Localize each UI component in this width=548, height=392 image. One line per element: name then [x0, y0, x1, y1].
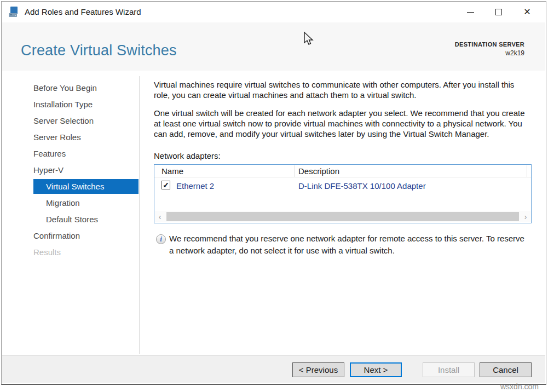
wizard-window: Add Roles and Features Wizard ✕ Create V…: [1, 1, 546, 385]
window-controls: ✕: [456, 2, 541, 22]
wizard-flag-icon: [8, 6, 20, 18]
recommendation-paragraph: One virtual switch will be created for e…: [154, 108, 529, 139]
destination-server-label: DESTINATION SERVER: [455, 41, 524, 48]
network-adapters-label: Network adapters:: [154, 151, 221, 160]
screen: Add Roles and Features Wizard ✕ Create V…: [0, 0, 548, 392]
intro-paragraph: Virtual machines require virtual switche…: [154, 79, 524, 100]
column-header-name[interactable]: Name: [161, 166, 183, 176]
mouse-cursor-icon: [302, 31, 315, 49]
check-icon: ✓: [163, 181, 169, 189]
sidebar-divider: [139, 76, 140, 354]
title-bar: Add Roles and Features Wizard ✕: [2, 2, 546, 22]
sidebar-item-server-roles[interactable]: Server Roles: [21, 129, 139, 146]
table-row[interactable]: ✓ Ethernet 2 D-Link DFE-538TX 10/100 Ada…: [154, 177, 531, 193]
install-button: Install: [423, 362, 475, 377]
column-divider-right: [527, 165, 527, 177]
sidebar-item-confirmation[interactable]: Confirmation: [21, 228, 139, 244]
adapter-name: Ethernet 2: [176, 181, 214, 191]
next-button[interactable]: Next >: [350, 362, 402, 377]
minimize-button[interactable]: [456, 2, 484, 22]
horizontal-scrollbar[interactable]: ‹ ›: [155, 211, 530, 222]
wizard-steps-nav: Before You Begin Installation Type Serve…: [21, 80, 139, 261]
scrollbar-thumb[interactable]: [166, 212, 519, 221]
cancel-button[interactable]: Cancel: [480, 362, 532, 377]
previous-button[interactable]: < Previous: [292, 362, 344, 377]
adapter-description: D-Link DFE-538TX 10/100 Adapter: [298, 181, 426, 191]
wizard-header: Create Virtual Switches DESTINATION SERV…: [2, 22, 545, 71]
sidebar-item-migration[interactable]: Migration: [21, 195, 139, 211]
column-header-description[interactable]: Description: [298, 166, 339, 176]
sidebar-item-default-stores[interactable]: Default Stores: [21, 211, 139, 228]
sidebar-item-hyper-v[interactable]: Hyper-V: [21, 162, 139, 178]
info-icon: i: [156, 234, 166, 244]
minimize-icon: [467, 12, 474, 13]
sidebar-item-before-you-begin[interactable]: Before You Begin: [21, 80, 139, 96]
sidebar-item-results: Results: [21, 244, 139, 261]
page-title: Create Virtual Switches: [21, 42, 177, 59]
network-adapters-table: Name Description ✓ Ethernet 2 D-Link DFE…: [154, 164, 532, 223]
close-icon: ✕: [523, 8, 530, 16]
scroll-left-icon[interactable]: ‹: [155, 211, 165, 222]
maximize-icon: [495, 9, 502, 15]
destination-server-value: w2k19: [455, 49, 524, 57]
adapter-checkbox[interactable]: ✓: [161, 181, 170, 189]
close-button[interactable]: ✕: [513, 2, 541, 22]
destination-server-block: DESTINATION SERVER w2k19: [455, 41, 524, 57]
column-divider[interactable]: [295, 165, 295, 177]
maximize-button[interactable]: [484, 2, 513, 22]
sidebar-item-installation-type[interactable]: Installation Type: [21, 96, 139, 113]
wizard-footer: < Previous Next > Install Cancel: [2, 355, 545, 383]
sidebar-item-server-selection[interactable]: Server Selection: [21, 113, 139, 129]
info-note-text: We recommend that you reserve one networ…: [169, 233, 529, 257]
scroll-right-icon[interactable]: ›: [521, 211, 530, 222]
sidebar-item-features[interactable]: Features: [21, 146, 139, 162]
wizard-body: Before You Begin Installation Type Serve…: [2, 71, 545, 359]
watermark: wsxdn.com: [500, 382, 539, 391]
table-header: Name Description: [154, 165, 531, 177]
window-title: Add Roles and Features Wizard: [25, 7, 141, 16]
sidebar-item-virtual-switches[interactable]: Virtual Switches: [33, 179, 139, 194]
